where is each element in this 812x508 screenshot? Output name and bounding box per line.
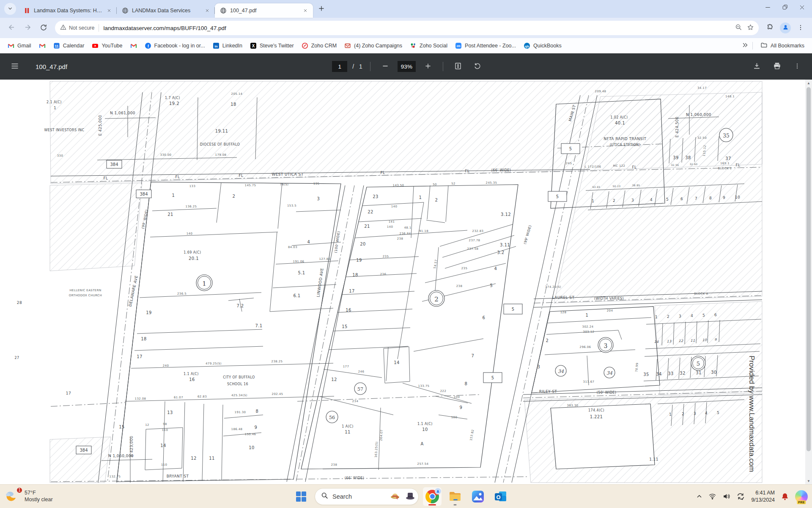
scroll-up-arrow[interactable]: ▲ [805,80,812,86]
wifi-icon[interactable] [708,492,716,500]
start-button[interactable] [292,487,310,506]
tray-clock[interactable]: 6:41 AM 9/13/2024 [751,489,775,503]
browser-tab-0[interactable]: Landmax Data Systems: Home [19,3,117,18]
map-label: 177 [343,365,349,368]
map-label: 2 [613,199,615,203]
scrollbar-thumb[interactable] [807,87,811,451]
sync-arrows-icon[interactable] [736,492,745,501]
divider [752,42,753,50]
svg-text:11: 11 [55,44,58,48]
bookmark-gmail-1[interactable] [36,41,49,51]
map-label: 76(S) [280,183,289,186]
rotate-button[interactable] [470,59,485,74]
bookmark-4-zoho-campaigns[interactable]: (4) Zoho Campaigns [341,41,406,51]
forward-button[interactable] [20,21,35,35]
extensions-button[interactable] [763,21,777,35]
map-label: CITY OF BUFFALO [223,375,255,379]
bookmark-quickbooks[interactable]: qbQuickBooks [520,41,565,51]
taskbar-search-box[interactable]: Search [315,488,419,505]
map-label: 7.2 [236,304,244,308]
map-label: 3 [538,364,540,369]
map-label: 245 [566,162,572,165]
tab-search-caret-button[interactable] [4,3,16,15]
fit-to-page-button[interactable] [451,59,465,74]
bookmark-zoho-crm[interactable]: Zoho CRM [298,41,340,51]
bookmark-facebook-log-in-or[interactable]: fFacebook - log in or... [141,41,208,51]
map-label: 11 [691,339,695,342]
new-tab-button[interactable] [315,3,327,15]
bookmark-gmail[interactable]: Gmail [4,41,35,51]
copilot-button[interactable]: PRE [795,490,808,503]
map-marker-label: 5 [491,375,494,380]
window-minimize-button[interactable] [765,4,771,11]
tab-close-icon[interactable] [204,7,211,14]
bookmark-linkedin[interactable]: inLinkedIn [209,41,246,51]
map-label: 3 [317,196,320,201]
page-number-input[interactable]: 1 [332,61,347,72]
tab-close-icon[interactable] [302,7,309,14]
weather-widget[interactable]: 1 57°F Mostly clear [4,489,53,505]
zoom-level-input[interactable]: 93% [398,61,416,72]
map-label: 19 [146,310,152,315]
zoom-in-button[interactable] [421,59,435,74]
map-label: 2 [546,338,549,343]
map-label: 1.1 A(C) [184,372,199,376]
bookmark-zoho-social[interactable]: Zoho Social [406,41,451,51]
bookmark-label: Facebook - log in or... [154,43,205,49]
tab-close-icon[interactable] [106,7,112,14]
map-marker-label: 384 [110,162,118,167]
map-label: 3 [679,314,681,318]
map-label: 10 [422,427,428,432]
download-button[interactable] [749,59,764,74]
map-label: 240 [163,364,169,367]
map-label: 1 [172,193,175,198]
address-bar[interactable]: Not secure landmaxdataserver.com/maps/BU… [55,21,759,35]
taskbar-file-explorer-button[interactable] [446,487,464,506]
globe-favicon-icon [122,7,129,14]
window-restore-button[interactable] [782,4,788,10]
vertical-scrollbar[interactable]: ▲ ▼ [805,80,812,484]
browser-menu-button[interactable] [793,21,808,35]
profile-avatar[interactable] [780,22,791,33]
notification-bell-icon[interactable] [781,492,789,501]
bookmark-calendar[interactable]: 11Calendar [50,41,88,51]
map-label: 202.45 [272,392,283,396]
window-close-button[interactable] [799,4,805,11]
map-label: 264.07 [379,429,383,441]
map-label: 236.84 [400,232,411,235]
taskbar-chrome-button[interactable] [423,487,442,506]
provider-watermark: Provided by www.Landmaxdata.com [748,356,756,472]
bookmark-youtube[interactable]: YouTube [88,41,126,51]
map-label: 21 [364,224,370,229]
reload-button[interactable] [36,21,51,35]
zoom-out-button[interactable] [378,59,392,74]
volume-icon[interactable] [722,492,730,500]
tray-chevron-up-icon[interactable] [696,493,702,500]
bookmarks-overflow-button[interactable] [742,42,748,50]
browser-tab-1[interactable]: LANDMax Data Services [117,3,215,18]
taskbar-outlook-button[interactable]: O [491,487,510,506]
bookmark-label: QuickBooks [533,43,562,49]
all-bookmarks-button[interactable]: All Bookmarks [757,40,808,52]
bookmark-star-button[interactable] [744,22,756,34]
map-label: 186.48 [231,428,243,431]
bookmark-post-attendee-zoo[interactable]: zmPost Attendee - Zoo... [452,41,519,51]
zoom-page-button[interactable] [732,22,744,34]
bookmark-gmail-4[interactable] [127,41,140,51]
security-chip[interactable]: Not secure [60,24,99,32]
print-button[interactable] [770,59,784,74]
kebab-menu-icon [797,24,804,32]
hatched-area [655,301,762,395]
hamburger-icon [11,62,19,72]
map-label: 5 [666,197,669,202]
map-label: 6 [483,315,486,320]
scroll-down-arrow[interactable]: ▼ [805,478,812,484]
bookmark-steve-s-twitter[interactable]: XSteve's Twitter [247,41,297,51]
taskbar-photos-button[interactable] [469,487,487,506]
browser-tab-2[interactable]: 100_47.pdf [215,3,313,18]
map-label: 48.1 [404,226,411,229]
url-text[interactable]: landmaxdataserver.com/maps/BUFF/100_47.p… [99,25,732,31]
pdf-more-button[interactable] [790,59,804,74]
pdf-menu-button[interactable] [8,59,22,74]
back-button[interactable] [4,21,19,35]
